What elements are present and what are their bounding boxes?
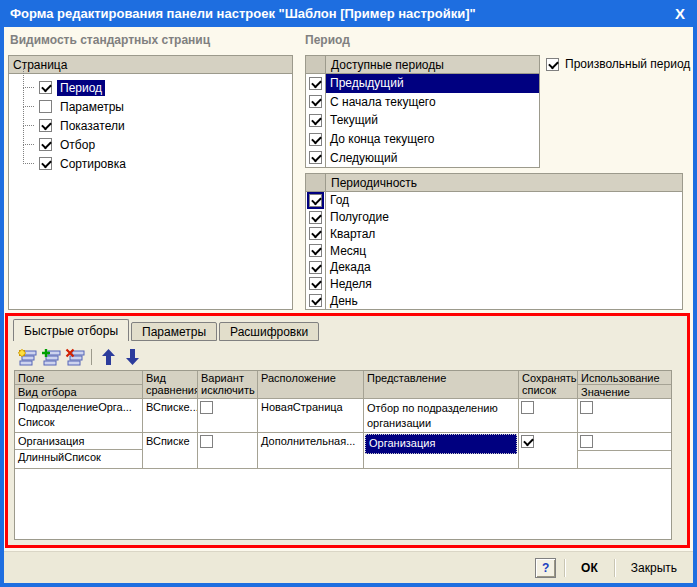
arbitrary-period-option[interactable]: Произвольный период [546,57,690,71]
periodicity-list: Периодичность Год Полугодие Квартал Меся… [305,173,683,310]
checkbox-column-header [306,56,326,73]
checkbox[interactable] [309,244,322,257]
checkbox[interactable] [200,435,213,448]
cell-filter-kind: ДлинныйСписок [18,450,139,465]
insert-list-item-icon[interactable] [39,347,63,367]
add-list-item-icon[interactable] [15,347,39,367]
checkbox[interactable] [546,58,559,71]
column-header-usage: Использование [578,371,671,385]
list-item[interactable]: Год [306,192,682,209]
checkbox[interactable] [580,435,593,448]
close-button[interactable]: Закрыть [623,558,685,578]
list-item[interactable]: Неделя [306,276,682,293]
checkbox[interactable] [39,100,52,113]
checkbox[interactable] [309,277,322,290]
column-header-presentation: Представление [364,371,519,398]
tree-item-indicators[interactable]: Показатели [9,116,292,135]
list-item[interactable]: Декада [306,259,682,276]
list-item[interactable]: Текущий [306,111,539,130]
delete-list-item-icon[interactable] [63,347,87,367]
toolbar-separator [91,349,92,365]
checkbox[interactable] [309,211,322,224]
checkbox[interactable] [309,95,322,108]
checkbox[interactable] [309,294,322,307]
cell-comparison[interactable]: ВСписке [143,433,198,468]
list-item[interactable]: Предыдущий [306,74,539,93]
list-item[interactable]: С начала текущего [306,93,539,112]
checkbox[interactable] [200,401,213,414]
checkbox[interactable] [309,261,322,274]
arbitrary-period-label: Произвольный период [565,57,690,71]
pages-tree-items: Период Параметры Показатели Отбор Сортир… [9,74,292,173]
checkbox[interactable] [39,119,52,132]
cell-filter-kind: Список [18,415,139,430]
list-item-label: Квартал [326,225,682,242]
tree-item-parameters[interactable]: Параметры [9,97,292,116]
cell-comparison[interactable]: ВСписке... [143,399,198,432]
list-item-label: День [326,292,682,309]
available-periods-header: Доступные периоды [326,56,539,73]
checkbox[interactable] [309,77,322,90]
list-item[interactable]: До конца текущего [306,130,539,149]
checkbox[interactable] [39,81,52,94]
cell-location[interactable]: НоваяСтраница [258,399,364,432]
tree-item-label: Параметры [57,99,127,115]
checkbox[interactable] [39,138,52,151]
move-down-icon[interactable] [120,347,144,367]
column-header-filter-kind: Вид отбора [15,385,142,398]
list-item[interactable]: Месяц [306,242,682,259]
quick-filters-panel: Быстрые отборы Параметры Расшифровки [5,313,690,548]
checkbox[interactable] [309,114,322,127]
checkbox[interactable] [39,157,52,170]
filters-toolbar [15,346,144,368]
tree-item-filter[interactable]: Отбор [9,135,292,154]
table-row[interactable]: Организация ДлинныйСписок ВСписке Дополн… [15,433,671,469]
dialog-window: Форма редактирования панели настроек "Ша… [0,0,697,587]
tab-parameters[interactable]: Параметры [131,322,217,341]
checkbox[interactable] [309,194,322,207]
button-bar: ? ОК Закрыть [4,551,693,583]
periodicity-header-row: Периодичность [306,174,682,192]
list-item-label: Декада [326,259,682,276]
list-item[interactable]: Полугодие [306,209,682,226]
checkbox[interactable] [521,401,534,414]
tree-item-period[interactable]: Период [9,78,292,97]
column-header-comparison: Вид сравнения [143,371,198,398]
tab-quick-filters[interactable]: Быстрые отборы [13,319,129,341]
tab-strip: Быстрые отборы Параметры Расшифровки [13,319,321,341]
column-header-exclude: Вариант исключить [198,371,258,398]
tab-decodings[interactable]: Расшифровки [219,322,319,341]
filters-table: Поле Вид отбора Вид сравнения Вариант ис… [14,370,672,540]
checkbox[interactable] [580,401,593,414]
window-title: Форма редактирования панели настроек "Ша… [10,6,476,21]
list-item-label: Год [326,192,682,209]
list-item-label: До конца текущего [326,130,539,149]
move-up-icon[interactable] [96,347,120,367]
ok-button[interactable]: ОК [573,558,606,578]
table-row[interactable]: ПодразделениеОрга... Список ВСписке... Н… [15,399,671,433]
period-group-label: Период [305,33,350,47]
list-item[interactable]: Квартал [306,225,682,242]
list-item-label: Месяц [326,242,682,259]
list-item-label: Неделя [326,276,682,293]
checkbox[interactable] [309,133,322,146]
visibility-group-label: Видимость стандартных страниц [10,33,210,47]
column-header-value: Значение [578,385,671,398]
cell-location[interactable]: Дополнительная... [258,433,364,468]
list-item[interactable]: День [306,292,682,309]
checkbox[interactable] [309,151,322,164]
help-button[interactable]: ? [535,558,556,578]
tree-item-sorting[interactable]: Сортировка [9,154,292,173]
checkbox[interactable] [521,435,534,448]
cell-presentation[interactable]: Отбор по подразделению организации [364,399,519,432]
pages-tree-header: Страница [9,56,292,74]
cell-field: ПодразделениеОрга... [18,400,139,415]
close-icon[interactable]: X [675,6,685,21]
tree-item-label: Период [57,80,105,96]
list-item[interactable]: Следующий [306,148,539,167]
checkbox[interactable] [309,227,322,240]
cell-field: Организация [15,434,142,450]
checkbox-column-header [306,174,326,191]
cell-presentation-selected[interactable]: Организация [365,434,517,454]
dialog-body: Видимость стандартных страниц Период Стр… [4,27,693,583]
